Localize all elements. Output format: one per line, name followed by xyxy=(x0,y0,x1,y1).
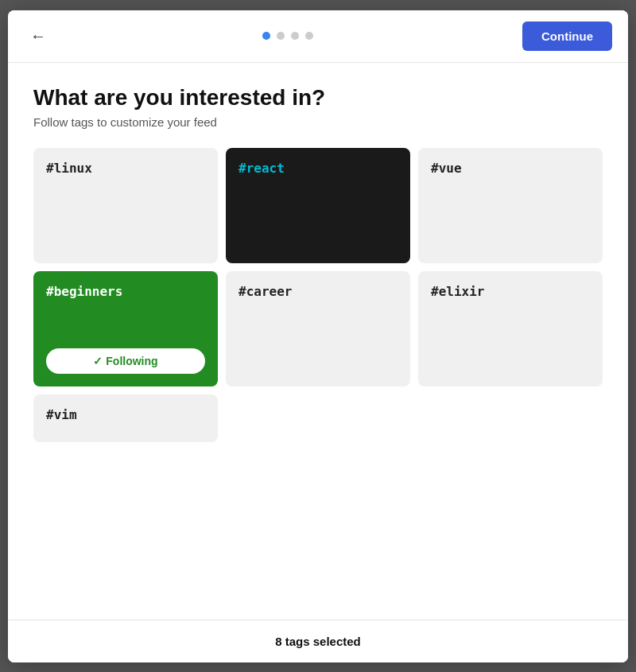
tag-card-linux[interactable]: #linux xyxy=(33,148,218,263)
tag-name-elixir: #elixir xyxy=(431,284,590,299)
tag-card-elixir[interactable]: #elixir xyxy=(418,271,603,386)
dot-1 xyxy=(262,32,270,40)
tag-name-beginners: #beginners xyxy=(46,284,205,299)
page-content: What are you interested in? Follow tags … xyxy=(8,63,628,620)
progress-dots xyxy=(262,32,313,40)
continue-button[interactable]: Continue xyxy=(522,21,612,51)
tag-card-beginners[interactable]: #beginners ✓ Following xyxy=(33,271,218,386)
tag-card-vim[interactable]: #vim xyxy=(33,394,218,442)
tags-selected-count: 8 tags selected xyxy=(275,635,361,648)
tag-name-react: #react xyxy=(238,161,398,176)
tag-name-linux: #linux xyxy=(46,161,205,176)
dot-4 xyxy=(305,32,313,40)
following-badge: ✓ Following xyxy=(46,348,205,374)
tag-name-vue: #vue xyxy=(431,161,590,176)
modal-container: ← Continue What are you interested in? F… xyxy=(8,10,628,662)
modal-header: ← Continue xyxy=(8,10,628,63)
back-button[interactable]: ← xyxy=(24,24,52,49)
tag-card-react[interactable]: #react xyxy=(226,148,410,263)
page-title: What are you interested in? xyxy=(33,85,603,111)
tag-card-vue[interactable]: #vue xyxy=(418,148,603,263)
dot-3 xyxy=(291,32,299,40)
tag-name-vim: #vim xyxy=(46,407,205,422)
page-subtitle: Follow tags to customize your feed xyxy=(33,115,603,129)
tags-grid: #linux #react #vue #beginners ✓ Followin… xyxy=(33,148,603,442)
dot-2 xyxy=(277,32,285,40)
tag-name-career: #career xyxy=(238,284,398,299)
footer: 8 tags selected xyxy=(8,620,628,662)
tag-card-career[interactable]: #career xyxy=(226,271,410,386)
